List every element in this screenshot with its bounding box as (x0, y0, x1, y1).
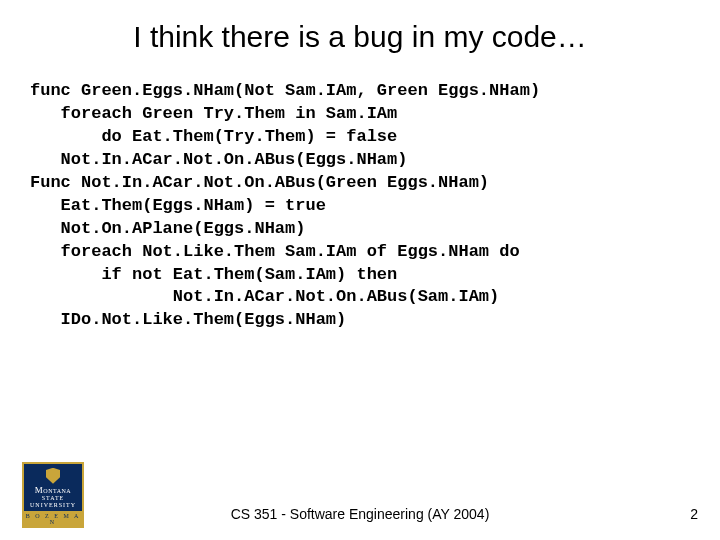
logo-line1: Montana (26, 486, 80, 495)
logo-top: Montana STATE UNIVERSITY (22, 462, 84, 511)
code-block: func Green.Eggs.NHam(Not Sam.IAm, Green … (30, 80, 690, 332)
slide-title: I think there is a bug in my code… (0, 20, 720, 54)
footer-text: CS 351 - Software Engineering (AY 2004) (0, 506, 720, 522)
shield-icon (46, 468, 60, 484)
slide: I think there is a bug in my code… func … (0, 0, 720, 540)
page-number: 2 (690, 506, 698, 522)
